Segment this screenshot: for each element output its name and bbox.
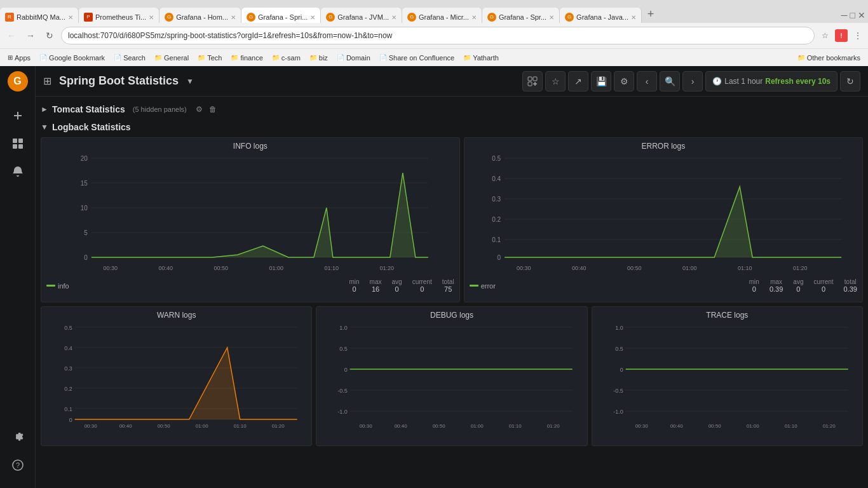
refresh-btn[interactable]: ↻ — [840, 71, 860, 92]
info-legend-stats: min 0 max 16 avg 0 — [349, 278, 454, 293]
bookmark-apps[interactable]: ⊞ Apps — [4, 53, 34, 63]
tab-close-prometheus[interactable]: ✕ — [149, 14, 154, 21]
maximize-btn[interactable]: □ — [850, 10, 855, 20]
save-btn[interactable]: 💾 — [591, 71, 611, 92]
share-btn[interactable]: ↗ — [568, 71, 588, 92]
info-stat-avg: avg 0 — [392, 278, 402, 293]
tab-close-grafana-micr[interactable]: ✕ — [471, 14, 477, 21]
bookmark-confluence[interactable]: 📄 Share on Confluence — [376, 53, 458, 63]
bookmark-google[interactable]: 📄 Google Bookmark — [36, 53, 109, 63]
bookmark-other[interactable]: 📁 Other bookmarks — [794, 53, 864, 63]
tab-grafana-jvm[interactable]: G Grafana - JVM... ✕ — [321, 8, 402, 23]
svg-text:01:00: 01:00 — [269, 265, 284, 271]
svg-text:1.0: 1.0 — [615, 325, 623, 331]
top-bar-actions: ☆ ↗ 💾 ⚙ ‹ 🔍 › 🕐 Last 1 hour Refresh ever… — [522, 71, 860, 92]
svg-text:01:10: 01:10 — [784, 423, 797, 429]
tomcat-settings-icon[interactable]: ⚙ — [196, 105, 203, 114]
tab-close-grafana-spring[interactable]: ✕ — [310, 14, 315, 21]
bookmark-csam[interactable]: 📁 c-sam — [268, 53, 304, 63]
svg-text:10: 10 — [81, 205, 88, 212]
dashboard-dropdown-arrow[interactable]: ▼ — [186, 77, 194, 86]
trace-logs-chart: 1.0 0.5 0 -0.5 -1.0 00:30 00:40 00:50 01… — [592, 321, 862, 429]
trace-logs-title: TRACE logs — [592, 307, 862, 321]
error-logs-panel: ERROR logs 0.5 0.4 0.3 0.2 — [464, 137, 863, 302]
logback-section-header[interactable]: ▼ Logback Statistics — [41, 119, 863, 135]
svg-marker-25 — [92, 173, 428, 257]
info-logs-chart: 20 15 10 5 0 00:30 00:40 00:50 01:00 01:… — [41, 152, 459, 276]
svg-text:0.4: 0.4 — [492, 175, 501, 182]
svg-text:5: 5 — [84, 229, 88, 236]
svg-text:01:00: 01:00 — [196, 423, 209, 429]
tab-grafana-home[interactable]: G Grafana - Hom... ✕ — [159, 8, 241, 23]
dashboard-content: ► Tomcat Statistics (5 hidden panels) ⚙ … — [36, 97, 868, 488]
top-bar: ⊞ Spring Boot Statistics ▼ ☆ ↗ 💾 ⚙ ‹ 🔍 ›… — [36, 66, 868, 97]
tomcat-section-title: Tomcat Statistics — [52, 104, 125, 114]
bookmark-finance[interactable]: 📁 finance — [227, 53, 266, 63]
svg-rect-3 — [18, 144, 23, 149]
info-logs-legend: info min 0 max 16 a — [41, 276, 459, 295]
settings-icon[interactable]: ⋮ — [851, 29, 864, 42]
info-logs-panel: INFO logs 20 15 10 5 0 — [41, 137, 460, 302]
tab-close-grafana-jvm[interactable]: ✕ — [391, 14, 397, 21]
tab-close-grafana-spr2[interactable]: ✕ — [549, 14, 554, 21]
tab-close-rabbitmq[interactable]: ✕ — [68, 14, 73, 21]
zoom-btn[interactable]: 🔍 — [660, 71, 680, 92]
sidebar-item-help[interactable]: ? — [5, 452, 31, 478]
logback-section-title: Logback Statistics — [52, 122, 131, 132]
bookmark-search[interactable]: 📄 Search — [110, 53, 149, 63]
bookmark-tech[interactable]: 📁 Tech — [194, 53, 226, 63]
sidebar-item-add[interactable] — [5, 103, 31, 128]
tomcat-delete-icon[interactable]: 🗑 — [209, 105, 217, 114]
tab-close-grafana-java[interactable]: ✕ — [631, 14, 636, 21]
tab-grafana-java[interactable]: G Grafana - Java... ✕ — [560, 8, 642, 23]
grafana-logo[interactable]: G — [8, 71, 28, 92]
address-bar[interactable]: localhost:7070/d/i680PS5mz/spring-boot-s… — [61, 27, 815, 44]
refresh-nav-btn[interactable]: ↻ — [42, 28, 57, 43]
svg-rect-6 — [528, 77, 532, 81]
tab-prometheus[interactable]: P Prometheus Ti... ✕ — [79, 8, 159, 23]
error-legend-color — [470, 285, 478, 287]
sidebar-item-alerting[interactable] — [5, 159, 31, 184]
svg-text:01:10: 01:10 — [509, 423, 522, 429]
bookmark-domain[interactable]: 📄 Domain — [333, 53, 374, 63]
svg-text:?: ? — [15, 461, 19, 469]
svg-text:01:20: 01:20 — [547, 423, 560, 429]
add-panel-btn[interactable] — [522, 71, 543, 92]
svg-text:0.3: 0.3 — [492, 196, 501, 203]
time-range-btn[interactable]: 🕐 Last 1 hour Refresh every 10s — [705, 71, 837, 92]
close-btn[interactable]: ✕ — [858, 10, 865, 20]
nav-back-btn[interactable]: ‹ — [637, 71, 657, 92]
tomcat-chevron[interactable]: ► — [41, 105, 48, 114]
star-btn[interactable]: ☆ — [545, 71, 566, 92]
sidebar-item-dashboards[interactable] — [5, 131, 31, 156]
tab-rabbitmq[interactable]: R RabbitMQ Ma... ✕ — [0, 8, 79, 23]
svg-text:15: 15 — [81, 180, 88, 187]
svg-text:00:30: 00:30 — [635, 423, 648, 429]
back-nav-btn[interactable]: ← — [4, 28, 19, 43]
minimize-btn[interactable]: ─ — [841, 10, 848, 20]
tab-grafana-spring[interactable]: G Grafana - Spri... ✕ — [241, 8, 321, 23]
dashboard-title[interactable]: Spring Boot Statistics — [59, 74, 179, 88]
error-legend-item: error — [470, 282, 496, 290]
info-stat-max: max 16 — [370, 278, 382, 293]
bookmark-general[interactable]: 📁 General — [151, 53, 193, 63]
svg-text:0.2: 0.2 — [492, 216, 501, 223]
nav-forward-btn[interactable]: › — [682, 71, 703, 92]
svg-text:0.3: 0.3 — [64, 365, 72, 372]
new-tab-button[interactable]: + — [642, 5, 660, 23]
settings-btn[interactable]: ⚙ — [614, 71, 634, 92]
tab-close-grafana-home[interactable]: ✕ — [231, 14, 236, 21]
tab-grafana-micr[interactable]: G Grafana - Micr... ✕ — [402, 8, 482, 23]
debug-logs-chart: 1.0 0.5 0 -0.5 -1.0 00:30 00:40 00:50 01… — [316, 321, 587, 429]
svg-rect-0 — [13, 139, 17, 143]
svg-rect-7 — [533, 77, 537, 81]
tab-grafana-spr2[interactable]: G Grafana - Spr... ✕ — [482, 8, 560, 23]
bookmark-star-icon[interactable]: ☆ — [818, 29, 831, 42]
forward-nav-btn[interactable]: → — [23, 28, 38, 43]
sidebar-item-config[interactable] — [5, 424, 31, 450]
bookmark-biz[interactable]: 📁 biz — [306, 53, 332, 63]
bookmark-yatharth[interactable]: 📁 Yatharth — [459, 53, 503, 63]
extensions-icon[interactable]: ! — [835, 29, 848, 42]
svg-text:01:20: 01:20 — [793, 265, 808, 271]
clock-icon: 🕐 — [712, 77, 722, 86]
